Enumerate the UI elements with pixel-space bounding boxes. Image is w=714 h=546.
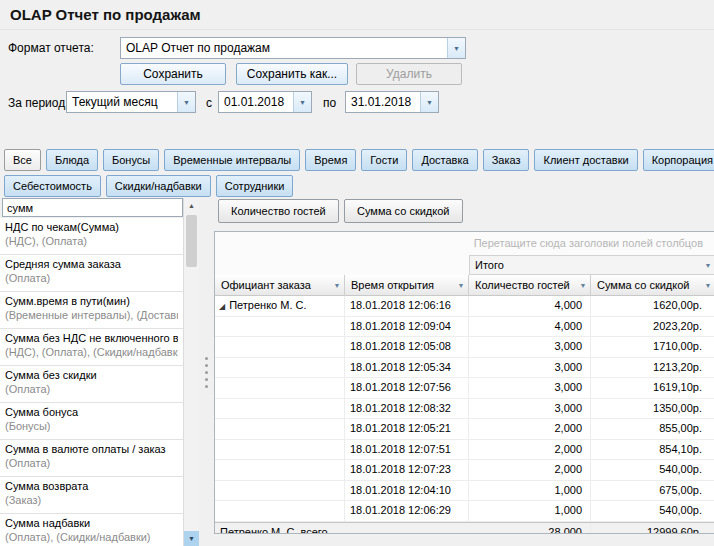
column-header-open-time[interactable]: Время открытия ▼ bbox=[345, 275, 469, 296]
column-header-waiter[interactable]: Официант заказа ▼ bbox=[215, 275, 345, 296]
tab-zakaz[interactable]: Заказ bbox=[483, 149, 530, 171]
date-to-value: 31.01.2018 bbox=[346, 92, 420, 112]
tab-bonusy[interactable]: Бонусы bbox=[103, 149, 159, 171]
column-header-guests[interactable]: Количество гостей ▼ bbox=[469, 275, 591, 296]
date-to-label: по bbox=[323, 96, 336, 110]
save-as-button[interactable]: Сохранить как... bbox=[236, 63, 348, 85]
tab-dostavka[interactable]: Доставка bbox=[412, 149, 477, 171]
total-label: Петренко М. С. всего bbox=[215, 523, 469, 535]
tab-blyuda[interactable]: Блюда bbox=[46, 149, 98, 171]
scroll-up-icon[interactable]: ▲ bbox=[184, 198, 199, 213]
field-list-item[interactable]: Сумм.время в пути(мин) (Временные интерв… bbox=[0, 292, 183, 329]
column-header-sum[interactable]: Сумма со скидкой ▼ bbox=[591, 275, 714, 296]
tab-korporaciya[interactable]: Корпорация bbox=[643, 149, 714, 171]
band-total[interactable]: Итого ▼ bbox=[469, 255, 714, 275]
field-list-item[interactable]: Сумма без скидки (Оплата) bbox=[0, 366, 183, 403]
date-from-value: 01.01.2018 bbox=[219, 92, 293, 112]
band-row: Итого ▼ bbox=[215, 255, 714, 275]
measure-chip-guests[interactable]: Количество гостей bbox=[218, 199, 339, 223]
tab-vremennye-intervaly[interactable]: Временные интервалы bbox=[164, 149, 300, 171]
chevron-down-icon[interactable]: ▼ bbox=[293, 92, 311, 112]
date-from-field[interactable]: 01.01.2018 ▼ bbox=[218, 91, 312, 113]
scroll-down-icon[interactable]: ▼ bbox=[184, 531, 199, 546]
tab-klient-dostavki[interactable]: Клиент доставки bbox=[534, 149, 637, 171]
field-list-item[interactable]: Средняя сумма заказа (Оплата) bbox=[0, 255, 183, 292]
chevron-down-icon[interactable]: ▼ bbox=[177, 92, 195, 112]
total-sum: 12999,60р. bbox=[591, 523, 714, 535]
table-row[interactable]: 18.01.2018 12:06:29 1,000 540,00р. bbox=[215, 501, 714, 522]
field-list-item[interactable]: Сумма бонуса (Бонусы) bbox=[0, 403, 183, 440]
date-to-field[interactable]: 31.01.2018 ▼ bbox=[345, 91, 439, 113]
total-guests: 28,000 bbox=[469, 523, 591, 535]
table-row[interactable]: 18.01.2018 12:05:08 3,000 1710,00р. bbox=[215, 337, 714, 358]
delete-button: Удалить bbox=[356, 63, 462, 85]
table-row[interactable]: 18.01.2018 12:07:56 3,000 1619,10р. bbox=[215, 378, 714, 399]
table-row[interactable]: 18.01.2018 12:04:10 1,000 675,00р. bbox=[215, 481, 714, 502]
chevron-down-icon[interactable]: ▼ bbox=[447, 38, 465, 58]
field-search-input[interactable] bbox=[2, 198, 183, 217]
table-row[interactable]: 18.01.2018 12:07:51 2,000 854,10р. bbox=[215, 440, 714, 461]
report-format-select[interactable]: OLAP Отчет по продажам ▼ bbox=[120, 37, 466, 59]
tab-sotrudniki[interactable]: Сотрудники bbox=[216, 175, 294, 197]
table-row[interactable]: 18.01.2018 12:05:21 2,000 855,00р. bbox=[215, 419, 714, 440]
table-row[interactable]: 18.01.2018 12:05:34 3,000 1213,20р. bbox=[215, 358, 714, 379]
tab-gosti[interactable]: Гости bbox=[361, 149, 407, 171]
expand-icon[interactable]: ◢ bbox=[219, 302, 225, 311]
group-cell: ◢Петренко М. С. bbox=[215, 296, 345, 316]
tab-sebestoimost[interactable]: Себестоимость bbox=[4, 175, 101, 197]
filter-dropdown-icon[interactable]: ▼ bbox=[701, 282, 714, 289]
table-row[interactable]: 18.01.2018 12:08:32 3,000 1350,00р. bbox=[215, 399, 714, 420]
date-from-label: с bbox=[206, 96, 212, 110]
tab-vse[interactable]: Все bbox=[4, 149, 41, 171]
table-row[interactable]: ◢Петренко М. С. 18.01.2018 12:06:16 4,00… bbox=[215, 296, 714, 317]
panel-splitter[interactable] bbox=[199, 198, 214, 546]
category-tabs-row-2: Себестоимость Скидки/надбавки Сотрудники bbox=[4, 175, 293, 197]
filter-dropdown-icon[interactable]: ▼ bbox=[454, 282, 468, 289]
fields-scrollbar[interactable]: ▲ ▼ bbox=[183, 198, 199, 546]
report-format-label: Формат отчета: bbox=[8, 41, 94, 55]
period-value: Текущий месяц bbox=[67, 92, 177, 112]
field-list-item[interactable]: Сумма в валюте оплаты / заказ (Оплата) bbox=[0, 440, 183, 477]
table-row[interactable]: 18.01.2018 12:07:23 2,000 540,00р. bbox=[215, 460, 714, 481]
period-select[interactable]: Текущий месяц ▼ bbox=[66, 91, 196, 113]
field-list: НДС по чекам(Сумма) (НДС), (Оплата) Сред… bbox=[0, 218, 183, 546]
filter-dropdown-icon[interactable]: ▼ bbox=[330, 282, 344, 289]
page-title: OLAP Отчет по продажам bbox=[0, 0, 714, 30]
report-format-value: OLAP Отчет по продажам bbox=[121, 38, 447, 58]
chevron-down-icon[interactable]: ▼ bbox=[420, 92, 438, 112]
tab-vremya[interactable]: Время bbox=[305, 149, 356, 171]
report-grid: Перетащите сюда заголовки полей столбцов… bbox=[214, 231, 714, 534]
field-list-item[interactable]: НДС по чекам(Сумма) (НДС), (Оплата) bbox=[0, 218, 183, 255]
group-total-row: Петренко М. С. всего 28,000 12999,60р. bbox=[215, 522, 714, 535]
tab-skidki-nadbavki[interactable]: Скидки/надбавки bbox=[106, 175, 211, 197]
category-tabs-row-1: Все Блюда Бонусы Временные интервалы Вре… bbox=[4, 149, 714, 171]
column-drop-zone[interactable]: Перетащите сюда заголовки полей столбцов bbox=[215, 232, 714, 255]
save-button[interactable]: Сохранить bbox=[120, 63, 226, 85]
column-header-row: Официант заказа ▼ Время открытия ▼ Колич… bbox=[215, 275, 714, 296]
field-list-item[interactable]: Сумма без НДС не включенного в счет (НДС… bbox=[0, 329, 183, 366]
scrollbar-thumb[interactable] bbox=[186, 215, 197, 267]
group-label: Петренко М. С. bbox=[229, 299, 306, 311]
measure-chip-sum[interactable]: Сумма со скидкой bbox=[344, 199, 463, 223]
period-label: За период bbox=[8, 96, 65, 110]
band-spacer bbox=[215, 255, 469, 275]
filter-dropdown-icon[interactable]: ▼ bbox=[701, 262, 714, 269]
field-list-item[interactable]: Сумма надбавки (Оплата), (Скидки/надбавк… bbox=[0, 514, 183, 546]
filter-dropdown-icon[interactable]: ▼ bbox=[576, 282, 590, 289]
table-row[interactable]: 18.01.2018 12:09:04 4,000 2023,20р. bbox=[215, 317, 714, 338]
field-list-item[interactable]: Сумма возврата (Заказ) bbox=[0, 477, 183, 514]
